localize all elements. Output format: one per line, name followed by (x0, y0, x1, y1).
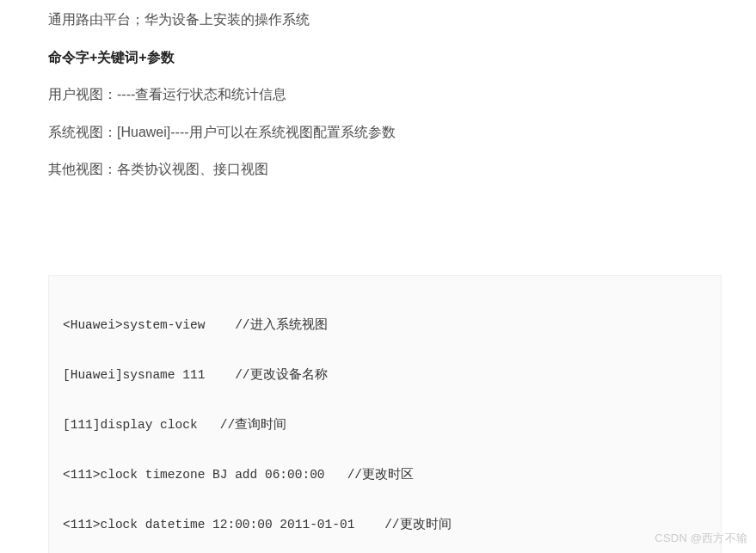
code-line: <Huawei>system-view //进入系统视图 (63, 313, 707, 338)
code-line: [Huawei]sysname 111 //更改设备名称 (63, 363, 707, 388)
paragraph-bold-heading: 命令字+关键词+参数 (48, 46, 722, 69)
code-line: <111>clock timezone BJ add 06:00:00 //更改… (63, 463, 707, 488)
paragraph-user-view: 用户视图：----查看运行状态和统计信息 (48, 83, 722, 106)
paragraph-intro: 通用路由平台；华为设备上安装的操作系统 (48, 9, 722, 31)
code-line: [111]display clock //查询时间 (63, 413, 707, 438)
paragraph-system-view: 系统视图：[Huawei]----用户可以在系统视图配置系统参数 (48, 121, 722, 144)
code-line: <111>clock datetime 12:00:00 2011-01-01 … (63, 513, 707, 538)
paragraph-other-view: 其他视图：各类协议视图、接口视图 (48, 158, 722, 181)
watermark: CSDN @西方不输 (655, 530, 747, 548)
code-block: <Huawei>system-view //进入系统视图 [Huawei]sys… (48, 275, 722, 553)
